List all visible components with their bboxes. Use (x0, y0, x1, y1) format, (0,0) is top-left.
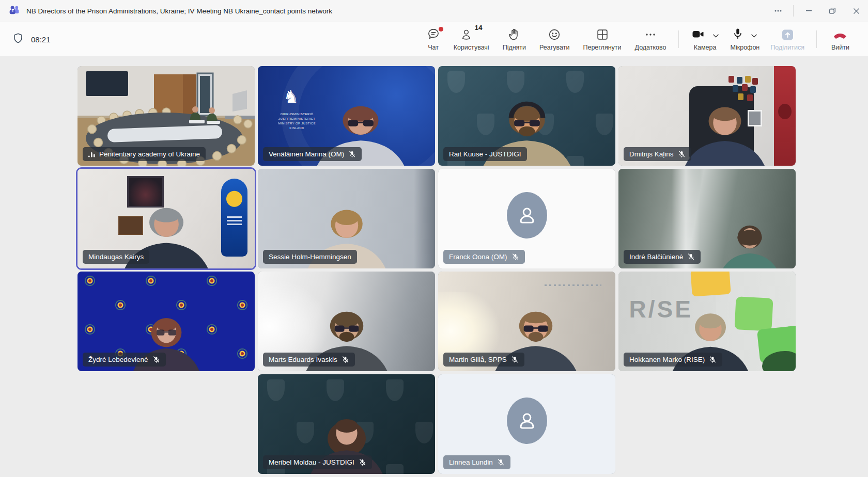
backdrop-decoration (267, 379, 285, 401)
participant-name-pill: Franck Oona (OM) (443, 250, 525, 264)
ellipsis-icon (645, 28, 656, 42)
mic-muted-icon (687, 253, 695, 261)
mic-muted-icon (511, 356, 519, 363)
mic-muted-icon (497, 458, 505, 466)
participant-tile[interactable]: Indrė Balčiūnienė (618, 169, 796, 268)
avatar-placeholder (507, 398, 547, 444)
backdrop-decoration (221, 179, 247, 257)
teams-meeting-window: NB Directors of the Prison Administratio… (0, 0, 868, 477)
person-icon (460, 28, 473, 42)
backdrop-decoration (690, 272, 731, 297)
participant-tile[interactable]: Martin Gillå, SPPS (438, 272, 615, 371)
mic-muted-icon (678, 150, 686, 158)
participant-name-pill: Penitentiary academy of Ukraine (83, 147, 206, 161)
participant-tile[interactable]: Franck Oona (OM) (438, 169, 615, 268)
mic-muted-icon (152, 356, 160, 363)
participant-name: Sessie Holm-Hemmingsen (269, 253, 351, 261)
backdrop-decoration (729, 76, 734, 83)
raised-hand-icon (507, 28, 521, 42)
participant-name-pill: Žydrė Lebedevienė (83, 353, 166, 367)
shield-icon (12, 32, 24, 46)
chat-button[interactable]: Чат (420, 26, 447, 53)
react-button[interactable]: Реагувати (533, 26, 576, 53)
video-grid: Penitentiary academy of Ukraine OIKEUSMI… (78, 66, 796, 474)
close-button[interactable] (844, 0, 868, 22)
meeting-toolbar: 08:21 Чат (0, 22, 868, 57)
microphone-button[interactable]: Мікрофон (723, 26, 764, 53)
audio-level-icon (88, 151, 95, 158)
participant-tile[interactable]: Meribel Moldau - JUSTDIGI (258, 374, 435, 474)
mic-muted-icon (359, 458, 366, 466)
mic-muted-icon (342, 356, 349, 363)
hang-up-icon (832, 28, 848, 42)
raise-hand-button[interactable]: Підняти (496, 26, 533, 53)
camera-icon (691, 28, 705, 42)
participant-name: Penitentiary academy of Ukraine (99, 150, 200, 158)
participants-button-label: Користувачі (454, 44, 489, 51)
camera-button-label: Камера (694, 44, 717, 51)
share-screen-button-label: Поділитися (770, 44, 804, 51)
participant-name: Marts Eduards Ivaskis (269, 356, 337, 363)
participant-name-pill: Sessie Holm-Hemmingsen (263, 250, 357, 264)
view-button-label: Переглянути (583, 44, 621, 51)
participant-name-pill: Rait Kuuse - JUSTDIGI (443, 147, 527, 161)
participant-tile[interactable]: OIKEUSMINISTERIÖ JUSTITIEMINISTERIET MIN… (258, 66, 435, 166)
react-button-label: Реагувати (539, 44, 569, 51)
participant-name-pill: Venäläinen Marina (OM) (263, 147, 362, 161)
microphone-button-label: Мікрофон (731, 44, 760, 51)
title-bar: NB Directors of the Prison Administratio… (0, 0, 868, 22)
minimize-button[interactable] (797, 0, 820, 22)
participant-name: Linnea Lundin (449, 458, 493, 466)
teams-logo-icon (8, 4, 20, 18)
participant-name: Indrė Balčiūnienė (629, 253, 683, 261)
chat-button-label: Чат (428, 44, 439, 51)
titlebar-divider (793, 5, 794, 17)
mic-muted-icon (348, 150, 356, 158)
participant-tile[interactable]: Rait Kuuse - JUSTDIGI (438, 66, 615, 166)
view-button[interactable]: Переглянути (576, 26, 628, 53)
backdrop-decoration (545, 284, 601, 286)
participant-tile[interactable]: Dmitrijs Kaļins (618, 66, 796, 166)
participant-tile[interactable]: Mindaugas Kairys (78, 169, 255, 268)
titlebar-more-options-button[interactable] (766, 0, 790, 22)
share-screen-icon (781, 28, 795, 42)
leave-button-label: Вийти (831, 44, 849, 51)
maximize-restore-button[interactable] (820, 0, 844, 22)
backdrop-decoration (447, 71, 465, 93)
backdrop-decoration (414, 169, 435, 268)
leave-button[interactable]: Вийти (822, 26, 859, 53)
grid-view-icon (596, 28, 609, 42)
share-screen-button[interactable]: Поділитися (764, 26, 811, 53)
participant-name-pill: Meribel Moldau - JUSTDIGI (263, 455, 372, 469)
participant-name: Rait Kuuse - JUSTDIGI (449, 150, 521, 158)
camera-options-chevron[interactable] (712, 32, 719, 40)
camera-button[interactable]: Камера (684, 26, 723, 53)
more-actions-button-label: Додатково (635, 44, 667, 51)
participant-name: Žydrė Lebedevienė (88, 356, 148, 363)
window-title: NB Directors of the Prison Administratio… (26, 7, 332, 15)
participant-name: Martin Gillå, SPPS (449, 356, 507, 363)
participant-tile[interactable]: Sessie Holm-Hemmingsen (258, 169, 435, 268)
participant-name: Meribel Moldau - JUSTDIGI (269, 458, 354, 466)
participant-name: Venäläinen Marina (OM) (269, 150, 344, 158)
participant-name-pill: Marts Eduards Ivaskis (263, 353, 355, 367)
participant-name: Dmitrijs Kaļins (629, 150, 674, 158)
more-actions-button[interactable]: Додатково (628, 26, 673, 53)
participant-name: Mindaugas Kairys (88, 253, 144, 261)
meeting-timer: 08:21 (31, 35, 51, 44)
participant-tile[interactable]: Žydrė Lebedevienė (78, 272, 255, 371)
participant-name-pill: Indrė Balčiūnienė (624, 250, 701, 264)
participant-tile[interactable]: Marts Eduards Ivaskis (258, 272, 435, 371)
participant-tile[interactable]: Linnea Lundin (438, 374, 615, 474)
participants-button[interactable]: 14 Користувачі (447, 26, 496, 53)
participant-tile[interactable]: R/SE Hokkanen Marko (RISE) (618, 272, 796, 371)
chat-notification-badge (439, 27, 443, 31)
participant-name-pill: Linnea Lundin (443, 455, 510, 469)
person-figure (709, 219, 789, 268)
microphone-options-chevron[interactable] (751, 32, 757, 40)
participant-name: Hokkanen Marko (RISE) (629, 356, 705, 363)
meeting-stage: Penitentiary academy of Ukraine OIKEUSMI… (0, 56, 868, 477)
smiley-icon (548, 28, 561, 42)
participant-name-pill: Hokkanen Marko (RISE) (624, 353, 722, 367)
participant-tile[interactable]: Penitentiary academy of Ukraine (78, 66, 255, 166)
